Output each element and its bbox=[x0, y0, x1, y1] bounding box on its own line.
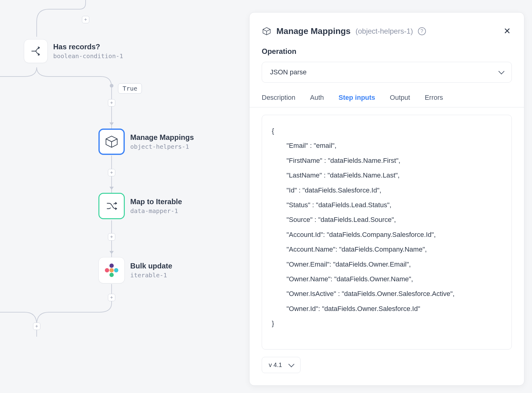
shuffle-icon bbox=[98, 193, 125, 219]
operation-value: JSON parse bbox=[270, 68, 307, 76]
operation-label: Operation bbox=[262, 47, 512, 56]
node-title: Map to Iterable bbox=[130, 197, 182, 206]
add-step-button[interactable]: + bbox=[108, 99, 115, 107]
step-detail-panel: Manage Mappings (object-helpers-1) ? ✕ O… bbox=[249, 12, 524, 386]
svg-point-0 bbox=[110, 84, 113, 88]
operation-select[interactable]: JSON parse bbox=[262, 62, 512, 83]
add-step-button[interactable]: + bbox=[108, 294, 115, 301]
add-step-button[interactable]: + bbox=[108, 233, 115, 241]
node-manage-mappings[interactable]: Manage Mappings object-helpers-1 bbox=[98, 129, 194, 155]
iterable-logo-icon bbox=[98, 257, 125, 283]
close-button[interactable]: ✕ bbox=[502, 25, 512, 37]
panel-subtitle: (object-helpers-1) bbox=[356, 27, 413, 36]
add-step-button[interactable]: + bbox=[33, 323, 40, 330]
cube-icon bbox=[262, 26, 272, 36]
node-has-records[interactable]: Has records? boolean-condition-1 bbox=[24, 39, 123, 63]
panel-tabs: Description Auth Step inputs Output Erro… bbox=[249, 94, 524, 107]
branch-icon bbox=[24, 39, 48, 63]
step-inputs-code[interactable]: { "Email" : "email", "FirstName" : "data… bbox=[262, 115, 512, 350]
panel-header: Manage Mappings (object-helpers-1) ? ✕ bbox=[262, 25, 512, 37]
node-title: Bulk update bbox=[130, 262, 172, 270]
node-title: Has records? bbox=[53, 43, 123, 51]
version-select[interactable]: v 4.1 bbox=[262, 357, 301, 373]
add-step-button[interactable]: + bbox=[108, 169, 115, 176]
node-map-to-iterable[interactable]: Map to Iterable data-mapper-1 bbox=[98, 193, 182, 219]
node-subtitle: iterable-1 bbox=[130, 271, 172, 279]
node-subtitle: boolean-condition-1 bbox=[53, 52, 123, 60]
tab-auth[interactable]: Auth bbox=[310, 94, 324, 102]
node-subtitle: data-mapper-1 bbox=[130, 207, 182, 215]
panel-title: Manage Mappings bbox=[276, 26, 351, 36]
version-value: v 4.1 bbox=[269, 361, 282, 369]
tab-description[interactable]: Description bbox=[262, 94, 295, 102]
tab-step-inputs[interactable]: Step inputs bbox=[338, 94, 375, 102]
help-icon[interactable]: ? bbox=[418, 27, 426, 35]
node-bulk-update[interactable]: Bulk update iterable-1 bbox=[98, 257, 172, 283]
chevron-down-icon bbox=[288, 361, 294, 367]
add-step-button[interactable]: + bbox=[82, 16, 89, 23]
tab-output[interactable]: Output bbox=[390, 94, 410, 102]
tab-errors[interactable]: Errors bbox=[425, 94, 443, 102]
node-title: Manage Mappings bbox=[130, 133, 194, 142]
node-subtitle: object-helpers-1 bbox=[130, 143, 194, 150]
cube-icon bbox=[98, 129, 125, 155]
branch-true-label: True bbox=[118, 83, 142, 94]
chevron-down-icon bbox=[498, 68, 504, 74]
